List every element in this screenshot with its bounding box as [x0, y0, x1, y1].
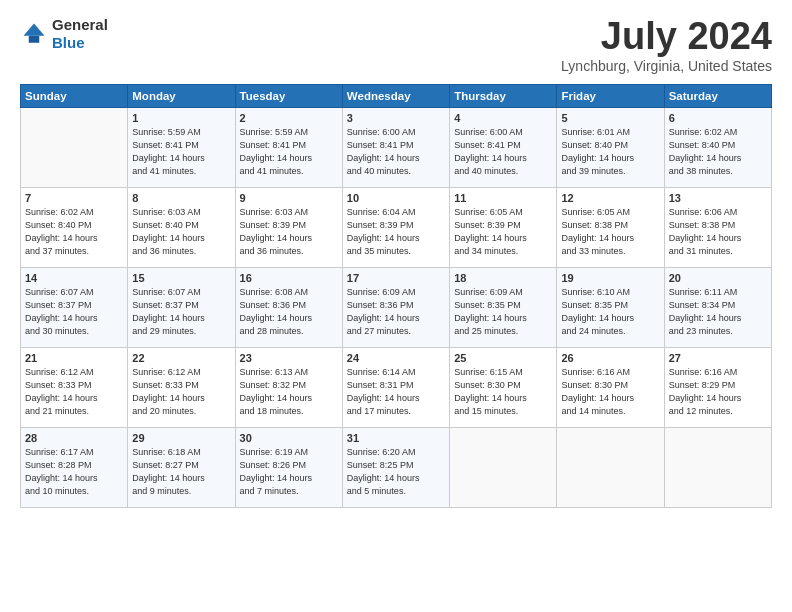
cell-info: Sunrise: 6:08 AM Sunset: 8:36 PM Dayligh…	[240, 286, 338, 338]
cell-info: Sunrise: 6:02 AM Sunset: 8:40 PM Dayligh…	[25, 206, 123, 258]
calendar-cell: 15Sunrise: 6:07 AM Sunset: 8:37 PM Dayli…	[128, 267, 235, 347]
cell-info: Sunrise: 6:03 AM Sunset: 8:39 PM Dayligh…	[240, 206, 338, 258]
calendar-cell: 26Sunrise: 6:16 AM Sunset: 8:30 PM Dayli…	[557, 347, 664, 427]
day-number: 3	[347, 112, 445, 124]
calendar-cell: 12Sunrise: 6:05 AM Sunset: 8:38 PM Dayli…	[557, 187, 664, 267]
page-container: General Blue July 2024 Lynchburg, Virgin…	[0, 0, 792, 518]
day-number: 9	[240, 192, 338, 204]
calendar-table: SundayMondayTuesdayWednesdayThursdayFrid…	[20, 84, 772, 508]
cell-info: Sunrise: 5:59 AM Sunset: 8:41 PM Dayligh…	[240, 126, 338, 178]
day-number: 23	[240, 352, 338, 364]
day-number: 24	[347, 352, 445, 364]
cell-info: Sunrise: 5:59 AM Sunset: 8:41 PM Dayligh…	[132, 126, 230, 178]
calendar-cell: 18Sunrise: 6:09 AM Sunset: 8:35 PM Dayli…	[450, 267, 557, 347]
cell-info: Sunrise: 6:00 AM Sunset: 8:41 PM Dayligh…	[347, 126, 445, 178]
day-number: 31	[347, 432, 445, 444]
day-header-wednesday: Wednesday	[342, 84, 449, 107]
svg-marker-0	[24, 24, 45, 36]
location: Lynchburg, Virginia, United States	[561, 58, 772, 74]
cell-info: Sunrise: 6:05 AM Sunset: 8:39 PM Dayligh…	[454, 206, 552, 258]
cell-info: Sunrise: 6:00 AM Sunset: 8:41 PM Dayligh…	[454, 126, 552, 178]
calendar-cell: 4Sunrise: 6:00 AM Sunset: 8:41 PM Daylig…	[450, 107, 557, 187]
calendar-cell: 9Sunrise: 6:03 AM Sunset: 8:39 PM Daylig…	[235, 187, 342, 267]
calendar-cell: 23Sunrise: 6:13 AM Sunset: 8:32 PM Dayli…	[235, 347, 342, 427]
calendar-cell: 1Sunrise: 5:59 AM Sunset: 8:41 PM Daylig…	[128, 107, 235, 187]
cell-info: Sunrise: 6:06 AM Sunset: 8:38 PM Dayligh…	[669, 206, 767, 258]
calendar-cell: 29Sunrise: 6:18 AM Sunset: 8:27 PM Dayli…	[128, 427, 235, 507]
day-number: 6	[669, 112, 767, 124]
cell-info: Sunrise: 6:02 AM Sunset: 8:40 PM Dayligh…	[669, 126, 767, 178]
day-number: 18	[454, 272, 552, 284]
day-number: 16	[240, 272, 338, 284]
month-title: July 2024	[561, 16, 772, 58]
day-number: 19	[561, 272, 659, 284]
day-number: 30	[240, 432, 338, 444]
day-number: 12	[561, 192, 659, 204]
calendar-cell: 10Sunrise: 6:04 AM Sunset: 8:39 PM Dayli…	[342, 187, 449, 267]
cell-info: Sunrise: 6:01 AM Sunset: 8:40 PM Dayligh…	[561, 126, 659, 178]
calendar-cell: 22Sunrise: 6:12 AM Sunset: 8:33 PM Dayli…	[128, 347, 235, 427]
calendar-cell: 13Sunrise: 6:06 AM Sunset: 8:38 PM Dayli…	[664, 187, 771, 267]
day-header-monday: Monday	[128, 84, 235, 107]
calendar-cell	[450, 427, 557, 507]
calendar-cell: 28Sunrise: 6:17 AM Sunset: 8:28 PM Dayli…	[21, 427, 128, 507]
calendar-cell: 14Sunrise: 6:07 AM Sunset: 8:37 PM Dayli…	[21, 267, 128, 347]
calendar-cell: 16Sunrise: 6:08 AM Sunset: 8:36 PM Dayli…	[235, 267, 342, 347]
day-number: 27	[669, 352, 767, 364]
day-number: 7	[25, 192, 123, 204]
day-header-friday: Friday	[557, 84, 664, 107]
day-number: 29	[132, 432, 230, 444]
logo-icon	[20, 20, 48, 48]
day-number: 21	[25, 352, 123, 364]
calendar-cell: 6Sunrise: 6:02 AM Sunset: 8:40 PM Daylig…	[664, 107, 771, 187]
cell-info: Sunrise: 6:16 AM Sunset: 8:29 PM Dayligh…	[669, 366, 767, 418]
cell-info: Sunrise: 6:09 AM Sunset: 8:36 PM Dayligh…	[347, 286, 445, 338]
calendar-cell: 24Sunrise: 6:14 AM Sunset: 8:31 PM Dayli…	[342, 347, 449, 427]
cell-info: Sunrise: 6:13 AM Sunset: 8:32 PM Dayligh…	[240, 366, 338, 418]
cell-info: Sunrise: 6:09 AM Sunset: 8:35 PM Dayligh…	[454, 286, 552, 338]
day-number: 20	[669, 272, 767, 284]
day-number: 1	[132, 112, 230, 124]
day-number: 14	[25, 272, 123, 284]
calendar-cell: 25Sunrise: 6:15 AM Sunset: 8:30 PM Dayli…	[450, 347, 557, 427]
day-number: 13	[669, 192, 767, 204]
calendar-cell: 20Sunrise: 6:11 AM Sunset: 8:34 PM Dayli…	[664, 267, 771, 347]
calendar-cell	[557, 427, 664, 507]
cell-info: Sunrise: 6:12 AM Sunset: 8:33 PM Dayligh…	[132, 366, 230, 418]
day-number: 4	[454, 112, 552, 124]
calendar-cell: 21Sunrise: 6:12 AM Sunset: 8:33 PM Dayli…	[21, 347, 128, 427]
calendar-cell	[21, 107, 128, 187]
day-number: 10	[347, 192, 445, 204]
day-number: 8	[132, 192, 230, 204]
cell-info: Sunrise: 6:15 AM Sunset: 8:30 PM Dayligh…	[454, 366, 552, 418]
day-header-sunday: Sunday	[21, 84, 128, 107]
calendar-cell: 8Sunrise: 6:03 AM Sunset: 8:40 PM Daylig…	[128, 187, 235, 267]
logo: General Blue	[20, 16, 108, 52]
calendar-cell: 2Sunrise: 5:59 AM Sunset: 8:41 PM Daylig…	[235, 107, 342, 187]
svg-rect-1	[29, 36, 40, 43]
day-number: 2	[240, 112, 338, 124]
calendar-cell: 27Sunrise: 6:16 AM Sunset: 8:29 PM Dayli…	[664, 347, 771, 427]
header: General Blue July 2024 Lynchburg, Virgin…	[20, 16, 772, 74]
calendar-cell: 5Sunrise: 6:01 AM Sunset: 8:40 PM Daylig…	[557, 107, 664, 187]
day-header-saturday: Saturday	[664, 84, 771, 107]
calendar-cell: 11Sunrise: 6:05 AM Sunset: 8:39 PM Dayli…	[450, 187, 557, 267]
calendar-cell: 7Sunrise: 6:02 AM Sunset: 8:40 PM Daylig…	[21, 187, 128, 267]
cell-info: Sunrise: 6:12 AM Sunset: 8:33 PM Dayligh…	[25, 366, 123, 418]
day-number: 26	[561, 352, 659, 364]
cell-info: Sunrise: 6:20 AM Sunset: 8:25 PM Dayligh…	[347, 446, 445, 498]
day-number: 22	[132, 352, 230, 364]
day-number: 15	[132, 272, 230, 284]
cell-info: Sunrise: 6:14 AM Sunset: 8:31 PM Dayligh…	[347, 366, 445, 418]
calendar-cell: 30Sunrise: 6:19 AM Sunset: 8:26 PM Dayli…	[235, 427, 342, 507]
cell-info: Sunrise: 6:18 AM Sunset: 8:27 PM Dayligh…	[132, 446, 230, 498]
cell-info: Sunrise: 6:03 AM Sunset: 8:40 PM Dayligh…	[132, 206, 230, 258]
logo-text: General Blue	[52, 16, 108, 52]
day-number: 28	[25, 432, 123, 444]
calendar-cell	[664, 427, 771, 507]
cell-info: Sunrise: 6:16 AM Sunset: 8:30 PM Dayligh…	[561, 366, 659, 418]
cell-info: Sunrise: 6:07 AM Sunset: 8:37 PM Dayligh…	[25, 286, 123, 338]
calendar-cell: 31Sunrise: 6:20 AM Sunset: 8:25 PM Dayli…	[342, 427, 449, 507]
title-block: July 2024 Lynchburg, Virginia, United St…	[561, 16, 772, 74]
day-number: 5	[561, 112, 659, 124]
